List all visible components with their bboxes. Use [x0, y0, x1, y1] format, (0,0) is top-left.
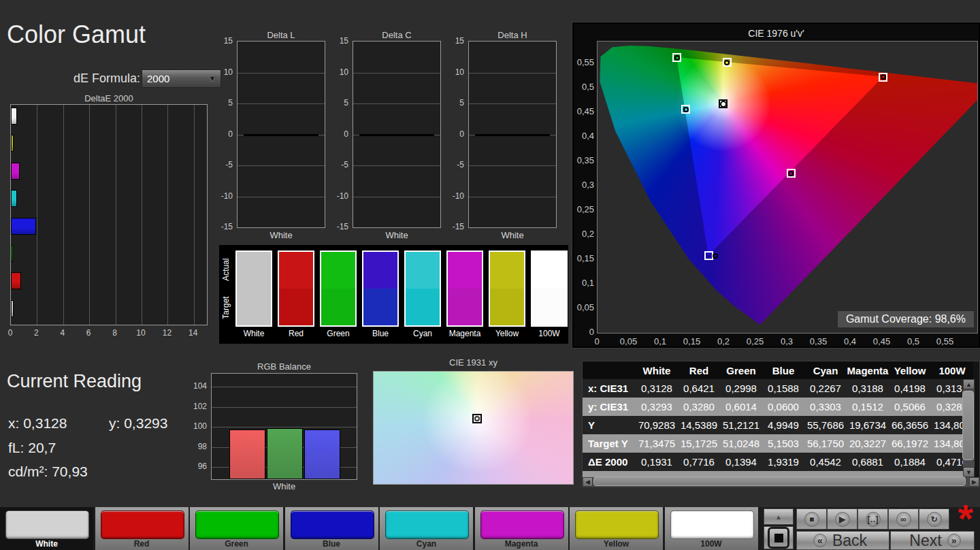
swatch-label: Cyan — [404, 329, 441, 338]
pattern-button-green[interactable]: Green — [190, 507, 283, 550]
control-button-loop[interactable]: ↻ — [919, 508, 949, 530]
axis-tick-label: 0,35 — [810, 336, 827, 346]
rgb-bar-blue — [304, 430, 340, 479]
back-button[interactable]: «Back — [796, 531, 889, 550]
pattern-button-white[interactable]: White — [0, 507, 93, 550]
axis-tick-label: -15 — [329, 222, 348, 231]
current-reading-title: Current Reading — [7, 371, 142, 392]
pattern-label: Green — [190, 539, 283, 549]
table-cell: 0,3293 — [636, 401, 678, 413]
swatch-box — [531, 250, 568, 327]
gridline — [212, 387, 357, 387]
swatch-target — [490, 289, 524, 325]
delta-panel-category: White — [468, 230, 557, 240]
cie-marker-dot — [788, 171, 794, 176]
cie-1976-title: CIE 1976 u'v' — [574, 28, 979, 39]
h-scrollbar-thumb[interactable] — [593, 476, 966, 486]
axis-tick-label: 0,25 — [747, 336, 764, 346]
swatch-actual — [448, 252, 482, 289]
table-cell: 0,3303 — [804, 401, 847, 413]
table-row: y: CIE310,32930,32800,60140,06000,33030,… — [583, 398, 973, 416]
delta-panel-title: Delta L — [237, 30, 325, 40]
axis-tick-label: 10 — [136, 328, 145, 338]
swatch-actual — [321, 252, 355, 289]
axis-tick-label: 15 — [214, 36, 233, 46]
control-button-play[interactable]: ▶ — [827, 508, 858, 530]
pattern-swatch — [101, 511, 184, 539]
table-cell: 0,3128 — [636, 383, 678, 394]
pattern-window-button[interactable] — [764, 526, 794, 549]
pattern-swatch — [385, 511, 469, 539]
table-cell: 0,5066 — [889, 401, 931, 413]
axis-tick-label: 0,05 — [574, 302, 594, 312]
pattern-button-red[interactable]: Red — [95, 507, 189, 550]
strip-swatch-yellow: Yellow — [489, 250, 525, 338]
pattern-window-icon-inner — [774, 534, 783, 543]
de-formula-label: dE Formula: — [74, 71, 140, 86]
swatch-target — [363, 289, 397, 325]
deltae-bar-magenta — [11, 163, 20, 180]
reading-fl: fL: 20,7 — [8, 440, 56, 456]
table-cell: 20,3227 — [847, 438, 889, 449]
swatch-label: Magenta — [446, 329, 483, 338]
swatch-box — [235, 250, 272, 327]
v-scrollbar-thumb[interactable] — [962, 391, 974, 460]
axis-tick-label: 6 — [86, 328, 91, 338]
axis-tick-label: 15 — [329, 36, 348, 46]
control-button-range[interactable]: [‥] — [858, 508, 888, 530]
scroll-down-button[interactable]: ▼ — [963, 467, 975, 477]
new-session-asterisk-icon[interactable]: * — [951, 503, 980, 530]
pattern-label: Yellow — [570, 539, 663, 549]
pattern-button-100w[interactable]: 100W — [665, 507, 758, 550]
swatch-box — [362, 250, 399, 327]
gridline — [238, 73, 325, 74]
gridline — [469, 73, 556, 74]
table-row: Target Y71,347515,172551,02485,150356,17… — [583, 434, 973, 453]
control-button-infinity[interactable]: ∞ — [888, 508, 919, 530]
pattern-button-cyan[interactable]: Cyan — [380, 507, 473, 550]
pattern-label: Magenta — [475, 539, 568, 549]
table-cell: 55,7686 — [804, 419, 847, 431]
swatch-actual — [406, 252, 440, 289]
cie-1931-field — [373, 371, 574, 485]
axis-tick-label: 0,25 — [574, 204, 594, 214]
axis-tick-label: 14 — [189, 328, 197, 338]
control-button-stop[interactable]: ■ — [796, 508, 827, 530]
table-header-row: WhiteRedGreenBlueCyanMagentaYellow100W — [583, 361, 973, 379]
delta-panel-category: White — [237, 230, 325, 240]
target-actual-swatch-strip: ActualTargetWhiteRedGreenBlueCyanMagenta… — [219, 245, 568, 344]
collapse-up-button[interactable]: ▲ — [764, 508, 794, 525]
axis-tick-label: 0,5 — [574, 82, 594, 92]
gridline — [353, 165, 440, 166]
cie-marker-white — [719, 99, 728, 108]
pattern-button-yellow[interactable]: Yellow — [570, 507, 663, 550]
de-formula-dropdown[interactable]: 2000 ▼ — [142, 69, 221, 88]
pattern-button-magenta[interactable]: Magenta — [475, 507, 568, 550]
table-row: ΔE 20000,19310,77160,13941,93190,45420,6… — [583, 453, 973, 471]
cie-marker-dot — [674, 55, 680, 61]
axis-tick-label: 0 — [8, 328, 13, 338]
cie-marker-dot — [881, 74, 886, 80]
axis-tick-label: -15 — [445, 222, 464, 231]
axis-tick-label: 98 — [185, 442, 207, 451]
strip-swatch-magenta: Magenta — [446, 250, 483, 338]
table-cell: 0,1512 — [847, 401, 889, 413]
pattern-label: White — [0, 539, 93, 549]
scroll-right-button[interactable]: ▶ — [969, 477, 979, 487]
swatch-label: Red — [278, 329, 314, 338]
cie-marker-magenta — [787, 169, 796, 178]
axis-tick-label: -5 — [445, 160, 464, 169]
table-row-label: y: CIE31 — [583, 401, 636, 413]
pattern-button-blue[interactable]: Blue — [285, 507, 378, 550]
table-cell: 0,6421 — [678, 383, 720, 394]
scroll-up-button[interactable]: ▲ — [963, 379, 975, 389]
table-cell: 71,3475 — [636, 438, 678, 449]
deltae-bar-cyan — [11, 190, 17, 207]
table-cell: 0,7716 — [678, 456, 720, 468]
gridline — [238, 197, 325, 197]
axis-tick-label: 4 — [60, 328, 65, 338]
pattern-window-icon — [768, 527, 789, 549]
chromaticity-horseshoe — [598, 42, 977, 333]
back-chevron-icon: « — [813, 534, 827, 547]
scroll-left-button[interactable]: ◀ — [583, 477, 593, 487]
